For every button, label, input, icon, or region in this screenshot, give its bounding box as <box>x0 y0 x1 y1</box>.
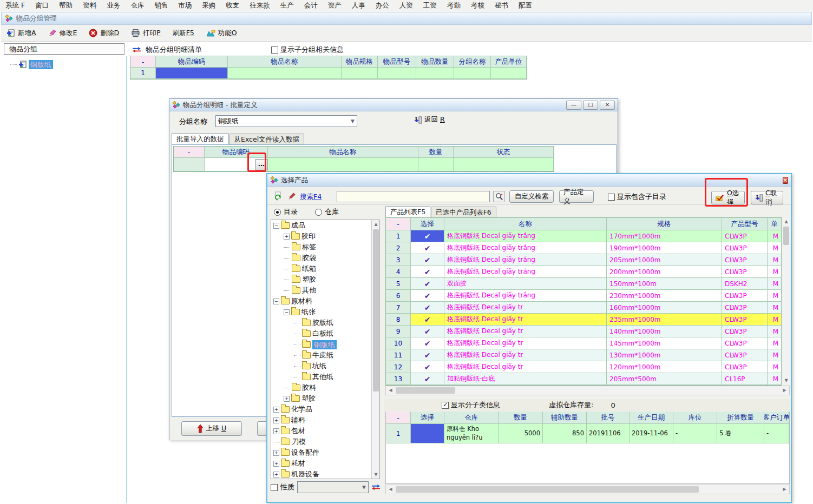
select-checkmark-cell[interactable]: ✔ <box>411 326 444 337</box>
select-checkmark-cell[interactable]: ✔ <box>411 266 444 278</box>
menu-item[interactable]: 配置 <box>519 1 532 10</box>
product-row[interactable]: 8✔格底铜版纸 Decal giấy tr235mm*1000mCLW3PM <box>386 314 781 326</box>
column-header[interactable]: 单 <box>768 218 782 230</box>
menu-item[interactable]: 秘书 <box>495 1 508 10</box>
tree-item[interactable]: 其他 <box>271 285 371 296</box>
close-icon[interactable]: ✕ <box>783 177 788 184</box>
tree-expander-plus[interactable]: + <box>273 407 279 413</box>
search-button[interactable]: 搜索F4 <box>300 193 322 202</box>
stock-hscrollbar[interactable]: ◀ ▶ <box>385 485 790 494</box>
column-header[interactable]: 产品型号 <box>722 218 768 230</box>
column-header[interactable]: 规格 <box>607 218 722 230</box>
empty-cell[interactable] <box>342 68 378 79</box>
minimize-button[interactable]: — <box>566 101 581 110</box>
tree-item[interactable]: −纸张 <box>271 307 371 317</box>
menu-item[interactable]: 人资 <box>399 1 413 10</box>
column-header[interactable]: 选择 <box>411 412 444 424</box>
tree-item[interactable]: 胶袋 <box>271 253 371 263</box>
tree-expander-plus[interactable]: + <box>273 472 279 478</box>
tree-item[interactable]: 牛皮纸 <box>271 350 371 361</box>
menu-item[interactable]: 收支 <box>226 1 239 10</box>
scroll-right-icon[interactable]: ▶ <box>781 387 789 394</box>
tree-item[interactable]: 胶版纸 <box>271 317 371 328</box>
column-header[interactable]: 数量 <box>418 147 454 158</box>
column-header[interactable]: 物品名称 <box>228 56 342 68</box>
column-header[interactable]: 折算数量 <box>717 412 764 424</box>
tab-已选中产品列表F6[interactable]: 已选中产品列表F6 <box>431 207 496 218</box>
column-header[interactable]: 状态 <box>454 147 554 158</box>
product-row[interactable]: 7✔格底铜版纸 Decal giấy tr160mm*1000mCLW3PM <box>386 302 781 314</box>
column-header[interactable]: 物品型号 <box>378 56 416 68</box>
table-row[interactable]: ... <box>174 158 554 171</box>
group-tree-item[interactable]: 铜版纸 <box>10 59 126 70</box>
tree-expander-plus[interactable]: + <box>273 417 279 423</box>
product-row[interactable]: 5✔双面胶150mm*100mDSKH2M <box>386 278 781 290</box>
show-subgroup-checkbox[interactable]: 显示子分组相关信息 <box>271 45 344 55</box>
menu-item[interactable]: 办公 <box>376 1 389 10</box>
scroll-thumb[interactable] <box>373 229 379 392</box>
empty-cell[interactable] <box>491 68 527 79</box>
empty-cell[interactable] <box>378 68 416 79</box>
menu-item[interactable]: 市场 <box>178 1 192 10</box>
menu-item[interactable]: 帮助 <box>59 1 73 10</box>
stock-row[interactable]: 1原料仓 Kho nguyên li?u5000850201911062019-… <box>386 424 789 443</box>
search-input[interactable] <box>337 191 490 202</box>
product-row[interactable]: 3✔格底铜版纸 Decal giấy trắng205mm*1000mCLW3P… <box>386 254 781 266</box>
tab-从Excel文件读入数据[interactable]: 从Excel文件读入数据 <box>230 134 305 145</box>
product-row[interactable]: 1✔格底铜版纸 Decal giấy trắng170mm*1000mCLW3P… <box>386 230 781 242</box>
tree-expander-minus[interactable]: − <box>273 223 279 229</box>
scroll-down-icon[interactable]: ▼ <box>372 470 380 479</box>
select-checkmark-cell[interactable]: ✔ <box>411 361 444 373</box>
menu-item[interactable]: 人事 <box>352 1 365 10</box>
column-header[interactable]: - <box>386 412 411 424</box>
tree-item[interactable]: +包材 <box>271 426 371 436</box>
tree-item[interactable]: 塑胶 <box>271 274 371 285</box>
select-checkmark-cell[interactable]: ✔ <box>411 242 444 254</box>
maximize-button[interactable]: ▢ <box>583 101 598 110</box>
menu-item[interactable]: 资料 <box>83 1 96 10</box>
tree-item[interactable]: 胶料 <box>271 382 371 393</box>
radio-icon[interactable] <box>315 209 322 216</box>
cancel-button[interactable]: C取消 <box>751 191 783 204</box>
include-subdir-checkbox[interactable]: 显示包含子目录 <box>608 192 666 202</box>
tree-item[interactable]: +化学品 <box>271 404 371 415</box>
item-code-cell[interactable]: ... <box>205 158 268 171</box>
tree-item[interactable]: −成品 <box>271 220 371 231</box>
tree-item[interactable]: +辅料 <box>271 415 371 426</box>
tree-item[interactable]: 刀模 <box>271 436 371 447</box>
item-code-cell[interactable] <box>156 68 228 79</box>
tree-item[interactable]: 纸箱 <box>271 263 371 274</box>
select-checkmark-cell[interactable]: ✔ <box>411 278 444 290</box>
tree-item[interactable]: +机器设备 <box>271 469 371 479</box>
product-row[interactable]: 2✔格底铜版纸 Decal giấy trắng190mm*1000mCLW3P… <box>386 242 781 254</box>
product-row[interactable]: 9✔格底铜版纸 Decal giấy tr140mm*1000mCLW3PM <box>386 326 781 337</box>
product-scrollbar[interactable]: ▲ ▼ <box>782 217 790 384</box>
scroll-down-icon[interactable]: ▼ <box>782 376 790 384</box>
menu-item[interactable]: 往来款 <box>250 1 270 10</box>
column-header[interactable]: - <box>130 56 156 68</box>
column-header[interactable]: 物品数量 <box>416 56 454 68</box>
product-row[interactable]: 10✔格底铜版纸 Decal giấy tr145mm*1000mCLW3PM <box>386 337 781 349</box>
select-checkmark-cell[interactable]: ✔ <box>411 290 444 302</box>
custom-search-button[interactable]: 自定义检索 <box>509 190 554 203</box>
radio-icon[interactable] <box>274 209 281 216</box>
tree-expander-plus[interactable]: + <box>284 234 290 240</box>
product-row[interactable]: 12✔格底铜版纸 Decal giấy tr120mm*1000mCLW3PM <box>386 361 781 373</box>
column-header[interactable]: 物品编码 <box>205 147 268 158</box>
tree-expander-plus[interactable]: + <box>284 396 290 402</box>
group-name-combo[interactable]: 铜版纸▼ <box>215 115 357 127</box>
tree-item[interactable]: 白板纸 <box>271 328 371 339</box>
tree-expander-plus[interactable]: + <box>273 428 279 434</box>
close-button[interactable]: ✕ <box>600 101 615 110</box>
select-checkmark-cell[interactable]: ✔ <box>411 314 444 326</box>
toolbar-button-A[interactable]: 新增A <box>6 29 36 38</box>
scroll-right-icon[interactable]: ▶ <box>781 486 789 493</box>
radio-catalog[interactable]: 目录 <box>274 207 298 217</box>
select-checkmark-cell[interactable]: ✔ <box>411 337 444 349</box>
tree-item[interactable]: +胶印 <box>271 231 371 242</box>
select-checkmark-cell[interactable]: ✔ <box>411 230 444 242</box>
column-header[interactable]: 辅助数量 <box>543 412 587 424</box>
tree-expander-minus[interactable]: − <box>273 299 279 304</box>
column-header[interactable]: 生产日期 <box>630 412 673 424</box>
column-header[interactable]: 物品名称 <box>268 147 418 158</box>
